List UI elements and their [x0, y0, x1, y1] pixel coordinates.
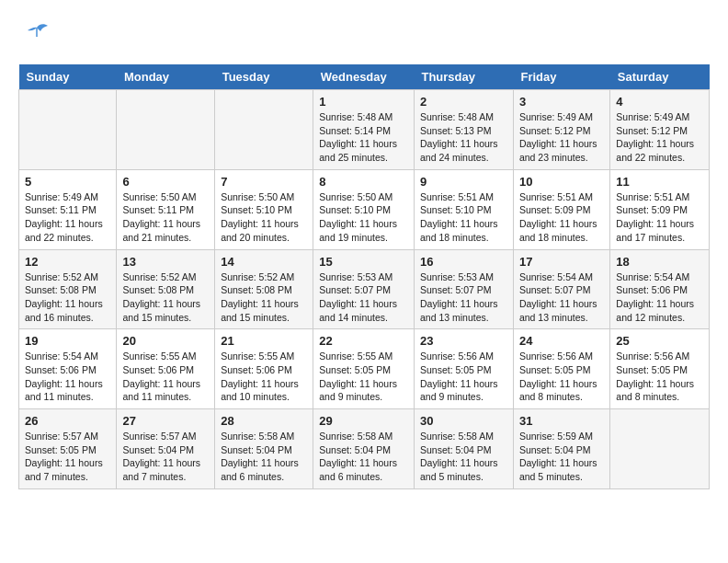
calendar-day: 24Sunrise: 5:56 AM Sunset: 5:05 PM Dayli… [513, 329, 609, 409]
day-info: Sunrise: 5:57 AM Sunset: 5:04 PM Dayligh… [122, 430, 209, 484]
day-number: 5 [25, 175, 110, 189]
weekday-header-row: SundayMondayTuesdayWednesdayThursdayFrid… [19, 64, 710, 90]
calendar-day: 23Sunrise: 5:56 AM Sunset: 5:05 PM Dayli… [414, 329, 513, 409]
calendar-table: SundayMondayTuesdayWednesdayThursdayFrid… [18, 64, 710, 489]
calendar-day: 11Sunrise: 5:51 AM Sunset: 5:09 PM Dayli… [610, 169, 710, 249]
day-number: 25 [616, 334, 703, 348]
day-number: 13 [122, 255, 209, 269]
day-info: Sunrise: 5:56 AM Sunset: 5:05 PM Dayligh… [616, 350, 703, 404]
day-number: 27 [122, 414, 209, 428]
day-number: 30 [420, 414, 507, 428]
day-number: 18 [616, 255, 703, 269]
weekday-header-thursday: Thursday [414, 64, 513, 90]
day-number: 4 [616, 95, 703, 109]
day-info: Sunrise: 5:48 AM Sunset: 5:14 PM Dayligh… [319, 110, 408, 165]
page-header [18, 18, 710, 55]
calendar-day [117, 90, 215, 170]
weekday-header-wednesday: Wednesday [313, 64, 415, 90]
calendar-day: 2Sunrise: 5:48 AM Sunset: 5:13 PM Daylig… [414, 90, 513, 170]
day-info: Sunrise: 5:56 AM Sunset: 5:05 PM Dayligh… [519, 350, 604, 404]
calendar-day: 12Sunrise: 5:52 AM Sunset: 5:08 PM Dayli… [19, 249, 117, 329]
day-number: 11 [616, 175, 703, 189]
logo [18, 18, 59, 55]
day-info: Sunrise: 5:52 AM Sunset: 5:08 PM Dayligh… [221, 270, 307, 325]
calendar-day: 14Sunrise: 5:52 AM Sunset: 5:08 PM Dayli… [215, 249, 313, 329]
day-number: 24 [519, 334, 604, 348]
calendar-day: 19Sunrise: 5:54 AM Sunset: 5:06 PM Dayli… [19, 329, 117, 409]
day-info: Sunrise: 5:53 AM Sunset: 5:07 PM Dayligh… [319, 270, 408, 325]
day-number: 9 [420, 175, 507, 189]
calendar-day: 20Sunrise: 5:55 AM Sunset: 5:06 PM Dayli… [117, 329, 215, 409]
day-info: Sunrise: 5:55 AM Sunset: 5:05 PM Dayligh… [319, 350, 408, 404]
day-info: Sunrise: 5:54 AM Sunset: 5:06 PM Dayligh… [616, 270, 703, 325]
calendar-day [215, 90, 313, 170]
day-info: Sunrise: 5:51 AM Sunset: 5:10 PM Dayligh… [420, 190, 507, 245]
day-number: 2 [420, 95, 507, 109]
day-info: Sunrise: 5:52 AM Sunset: 5:08 PM Dayligh… [25, 270, 110, 325]
day-info: Sunrise: 5:49 AM Sunset: 5:12 PM Dayligh… [519, 110, 604, 165]
calendar-day: 29Sunrise: 5:58 AM Sunset: 5:04 PM Dayli… [313, 409, 415, 489]
day-number: 22 [319, 334, 408, 348]
calendar-day: 25Sunrise: 5:56 AM Sunset: 5:05 PM Dayli… [610, 329, 710, 409]
calendar-day: 30Sunrise: 5:58 AM Sunset: 5:04 PM Dayli… [414, 409, 513, 489]
day-number: 28 [221, 414, 307, 428]
calendar-day: 13Sunrise: 5:52 AM Sunset: 5:08 PM Dayli… [117, 249, 215, 329]
calendar-day: 9Sunrise: 5:51 AM Sunset: 5:10 PM Daylig… [414, 169, 513, 249]
day-info: Sunrise: 5:54 AM Sunset: 5:07 PM Dayligh… [519, 270, 604, 325]
day-number: 6 [122, 175, 209, 189]
calendar-day: 17Sunrise: 5:54 AM Sunset: 5:07 PM Dayli… [513, 249, 609, 329]
weekday-header-friday: Friday [513, 64, 609, 90]
calendar-day: 26Sunrise: 5:57 AM Sunset: 5:05 PM Dayli… [19, 409, 117, 489]
day-number: 29 [319, 414, 408, 428]
calendar-day: 6Sunrise: 5:50 AM Sunset: 5:11 PM Daylig… [117, 169, 215, 249]
day-number: 17 [519, 255, 604, 269]
weekday-header-sunday: Sunday [19, 64, 117, 90]
day-number: 10 [519, 175, 604, 189]
day-info: Sunrise: 5:51 AM Sunset: 5:09 PM Dayligh… [616, 190, 703, 245]
day-number: 20 [122, 334, 209, 348]
calendar-day: 21Sunrise: 5:55 AM Sunset: 5:06 PM Dayli… [215, 329, 313, 409]
day-info: Sunrise: 5:58 AM Sunset: 5:04 PM Dayligh… [420, 430, 507, 484]
weekday-header-monday: Monday [117, 64, 215, 90]
day-number: 23 [420, 334, 507, 348]
day-number: 19 [25, 334, 110, 348]
day-info: Sunrise: 5:50 AM Sunset: 5:10 PM Dayligh… [319, 190, 408, 245]
calendar-week-1: 1Sunrise: 5:48 AM Sunset: 5:14 PM Daylig… [19, 90, 710, 170]
day-number: 7 [221, 175, 307, 189]
day-number: 21 [221, 334, 307, 348]
weekday-header-saturday: Saturday [610, 64, 710, 90]
day-info: Sunrise: 5:49 AM Sunset: 5:12 PM Dayligh… [616, 110, 703, 165]
calendar-day [19, 90, 117, 170]
day-number: 15 [319, 255, 408, 269]
day-info: Sunrise: 5:56 AM Sunset: 5:05 PM Dayligh… [420, 350, 507, 404]
day-info: Sunrise: 5:54 AM Sunset: 5:06 PM Dayligh… [25, 350, 110, 404]
calendar-week-5: 26Sunrise: 5:57 AM Sunset: 5:05 PM Dayli… [19, 409, 710, 489]
day-info: Sunrise: 5:49 AM Sunset: 5:11 PM Dayligh… [25, 190, 110, 245]
day-number: 3 [519, 95, 604, 109]
logo-icon [18, 18, 55, 55]
calendar-day: 31Sunrise: 5:59 AM Sunset: 5:04 PM Dayli… [513, 409, 609, 489]
day-info: Sunrise: 5:51 AM Sunset: 5:09 PM Dayligh… [519, 190, 604, 245]
day-number: 1 [319, 95, 408, 109]
day-info: Sunrise: 5:58 AM Sunset: 5:04 PM Dayligh… [221, 430, 307, 484]
calendar-day: 28Sunrise: 5:58 AM Sunset: 5:04 PM Dayli… [215, 409, 313, 489]
calendar-week-3: 12Sunrise: 5:52 AM Sunset: 5:08 PM Dayli… [19, 249, 710, 329]
calendar-day: 27Sunrise: 5:57 AM Sunset: 5:04 PM Dayli… [117, 409, 215, 489]
calendar-day: 7Sunrise: 5:50 AM Sunset: 5:10 PM Daylig… [215, 169, 313, 249]
calendar-day [610, 409, 710, 489]
calendar-day: 10Sunrise: 5:51 AM Sunset: 5:09 PM Dayli… [513, 169, 609, 249]
day-info: Sunrise: 5:50 AM Sunset: 5:10 PM Dayligh… [221, 190, 307, 245]
day-info: Sunrise: 5:58 AM Sunset: 5:04 PM Dayligh… [319, 430, 408, 484]
calendar-day: 18Sunrise: 5:54 AM Sunset: 5:06 PM Dayli… [610, 249, 710, 329]
day-info: Sunrise: 5:57 AM Sunset: 5:05 PM Dayligh… [25, 430, 110, 484]
day-number: 12 [25, 255, 110, 269]
day-info: Sunrise: 5:55 AM Sunset: 5:06 PM Dayligh… [122, 350, 209, 404]
day-info: Sunrise: 5:48 AM Sunset: 5:13 PM Dayligh… [420, 110, 507, 165]
day-number: 14 [221, 255, 307, 269]
calendar-day: 16Sunrise: 5:53 AM Sunset: 5:07 PM Dayli… [414, 249, 513, 329]
calendar-day: 1Sunrise: 5:48 AM Sunset: 5:14 PM Daylig… [313, 90, 415, 170]
calendar-day: 8Sunrise: 5:50 AM Sunset: 5:10 PM Daylig… [313, 169, 415, 249]
calendar-week-2: 5Sunrise: 5:49 AM Sunset: 5:11 PM Daylig… [19, 169, 710, 249]
day-number: 16 [420, 255, 507, 269]
day-number: 31 [519, 414, 604, 428]
